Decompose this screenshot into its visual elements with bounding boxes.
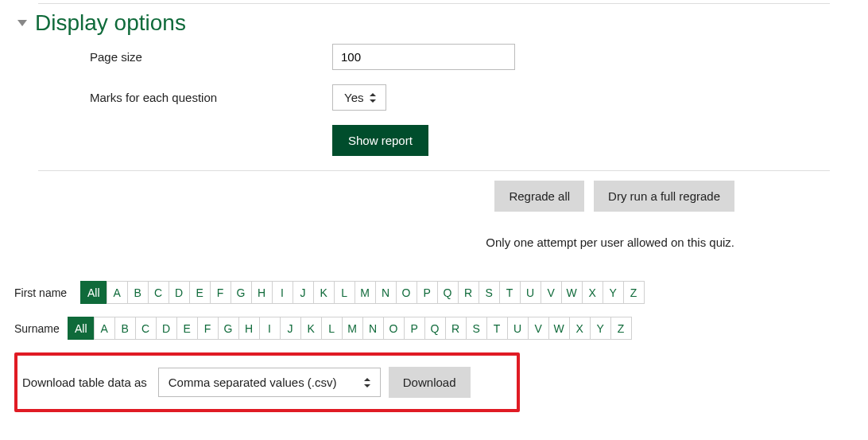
page-size-input[interactable]	[332, 44, 515, 70]
section-title: Display options	[35, 10, 186, 36]
marks-each-question-value: Yes	[344, 91, 363, 104]
surname-filter-letter[interactable]: N	[362, 317, 384, 340]
first_name-filter-letter[interactable]: O	[396, 281, 417, 304]
first_name-filter-letter[interactable]: H	[251, 281, 273, 304]
surname-filter-letter[interactable]: G	[218, 317, 239, 340]
first_name-filter-letter[interactable]: G	[231, 281, 252, 304]
surname-filter-all[interactable]: All	[68, 317, 95, 340]
first_name-filter-letter[interactable]: M	[355, 281, 376, 304]
surname-filter-letter[interactable]: Z	[610, 317, 632, 340]
first_name-filter-letter[interactable]: L	[334, 281, 355, 304]
page-size-label: Page size	[14, 50, 332, 64]
surname-filter-row: Surname AllABCDEFGHIJKLMNOPQRSTUVWXYZ	[14, 317, 854, 340]
surname-filter-letter[interactable]: S	[466, 317, 487, 340]
surname-filter-letter[interactable]: B	[114, 317, 136, 340]
first_name-filter-letter[interactable]: J	[293, 281, 314, 304]
first-name-filter-label: First name	[14, 286, 76, 299]
sort-caret-icon	[364, 378, 370, 387]
surname-filter-letter[interactable]: I	[259, 317, 281, 340]
first_name-filter-letter[interactable]: Z	[623, 281, 645, 304]
first_name-filter-all[interactable]: All	[80, 281, 107, 304]
first_name-filter-letter[interactable]: F	[210, 281, 231, 304]
section-divider-top	[38, 3, 830, 4]
surname-filter-letter[interactable]: W	[548, 317, 570, 340]
surname-filter-letter[interactable]: Y	[590, 317, 611, 340]
surname-filter-letter[interactable]: J	[280, 317, 301, 340]
first_name-filter-letter[interactable]: C	[148, 281, 169, 304]
download-button[interactable]: Download	[389, 367, 471, 398]
first_name-filter-letter[interactable]: X	[582, 281, 603, 304]
download-format-select[interactable]: Comma separated values (.csv)	[158, 368, 381, 397]
sort-caret-icon	[370, 93, 376, 103]
surname-filter-letter[interactable]: T	[486, 317, 508, 340]
surname-filter-letter[interactable]: E	[176, 317, 198, 340]
dry-run-regrade-button[interactable]: Dry run a full regrade	[594, 181, 734, 212]
display-options-header[interactable]: Display options	[17, 10, 854, 36]
surname-filter-letter[interactable]: M	[342, 317, 363, 340]
marks-each-question-label: Marks for each question	[14, 91, 332, 104]
download-highlight-box: Download table data as Comma separated v…	[14, 352, 520, 412]
first_name-filter-letter[interactable]: D	[169, 281, 190, 304]
first_name-filter-letter[interactable]: S	[479, 281, 500, 304]
marks-each-question-select[interactable]: Yes	[332, 84, 386, 111]
surname-filter-label: Surname	[14, 322, 64, 335]
surname-filter-letter[interactable]: K	[300, 317, 322, 340]
first-name-alpha-group: AllABCDEFGHIJKLMNOPQRSTUVWXYZ	[81, 281, 645, 304]
first_name-filter-letter[interactable]: W	[561, 281, 583, 304]
regrade-all-button[interactable]: Regrade all	[494, 181, 584, 212]
surname-filter-letter[interactable]: F	[197, 317, 219, 340]
surname-alpha-group: AllABCDEFGHIJKLMNOPQRSTUVWXYZ	[68, 317, 632, 340]
download-label: Download table data as	[22, 376, 147, 389]
attempt-info-text: Only one attempt per user allowed on thi…	[14, 236, 854, 249]
surname-filter-letter[interactable]: Q	[424, 317, 446, 340]
surname-filter-letter[interactable]: O	[383, 317, 405, 340]
surname-filter-letter[interactable]: R	[445, 317, 467, 340]
first_name-filter-letter[interactable]: R	[458, 281, 479, 304]
first_name-filter-letter[interactable]: A	[107, 281, 128, 304]
surname-filter-letter[interactable]: X	[569, 317, 591, 340]
first_name-filter-letter[interactable]: U	[520, 281, 541, 304]
first_name-filter-letter[interactable]: T	[499, 281, 521, 304]
first-name-filter-row: First name AllABCDEFGHIJKLMNOPQRSTUVWXYZ	[14, 281, 854, 304]
surname-filter-letter[interactable]: U	[507, 317, 529, 340]
surname-filter-letter[interactable]: D	[156, 317, 177, 340]
first_name-filter-letter[interactable]: P	[417, 281, 438, 304]
surname-filter-letter[interactable]: A	[94, 317, 115, 340]
first_name-filter-letter[interactable]: K	[313, 281, 335, 304]
first_name-filter-letter[interactable]: E	[189, 281, 211, 304]
surname-filter-letter[interactable]: C	[135, 317, 157, 340]
surname-filter-letter[interactable]: P	[404, 317, 425, 340]
section-divider-below-form	[38, 170, 830, 171]
surname-filter-letter[interactable]: V	[528, 317, 549, 340]
surname-filter-letter[interactable]: L	[321, 317, 343, 340]
first_name-filter-letter[interactable]: V	[541, 281, 562, 304]
first_name-filter-letter[interactable]: Y	[603, 281, 624, 304]
first_name-filter-letter[interactable]: B	[127, 281, 149, 304]
show-report-button[interactable]: Show report	[332, 125, 428, 156]
first_name-filter-letter[interactable]: I	[272, 281, 293, 304]
download-format-value: Comma separated values (.csv)	[169, 376, 337, 389]
collapse-caret-icon	[17, 20, 27, 26]
first_name-filter-letter[interactable]: N	[375, 281, 397, 304]
surname-filter-letter[interactable]: H	[238, 317, 260, 340]
first_name-filter-letter[interactable]: Q	[437, 281, 459, 304]
